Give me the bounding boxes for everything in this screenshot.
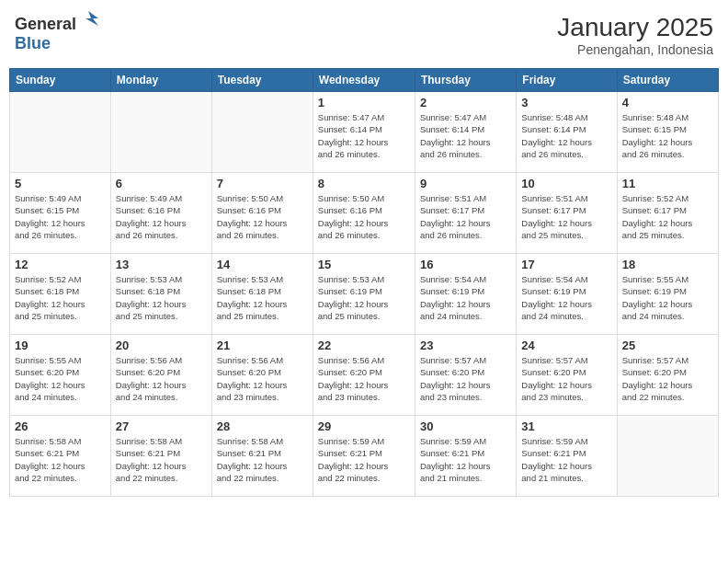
calendar-cell: 6Sunrise: 5:49 AM Sunset: 6:16 PM Daylig… [110, 173, 211, 254]
day-number: 13 [116, 258, 207, 271]
month-title: January 2025 [557, 13, 713, 42]
day-info: Sunrise: 5:57 AM Sunset: 6:20 PM Dayligh… [521, 354, 611, 403]
day-info: Sunrise: 5:53 AM Sunset: 6:18 PM Dayligh… [217, 273, 308, 322]
col-header-friday: Friday [517, 69, 617, 92]
day-info: Sunrise: 5:55 AM Sunset: 6:19 PM Dayligh… [622, 273, 713, 322]
title-area: January 2025 Penengahan, Indonesia [557, 13, 713, 57]
logo-general: General [15, 15, 76, 33]
calendar-cell: 3Sunrise: 5:48 AM Sunset: 6:14 PM Daylig… [517, 92, 617, 173]
day-number: 27 [116, 419, 207, 433]
day-number: 1 [318, 96, 410, 109]
calendar-cell: 7Sunrise: 5:50 AM Sunset: 6:16 PM Daylig… [211, 173, 313, 254]
day-info: Sunrise: 5:56 AM Sunset: 6:20 PM Dayligh… [116, 354, 207, 403]
calendar-cell [617, 416, 718, 497]
calendar-cell: 16Sunrise: 5:54 AM Sunset: 6:19 PM Dayli… [415, 254, 516, 335]
calendar-cell: 19Sunrise: 5:55 AM Sunset: 6:20 PM Dayli… [10, 335, 111, 416]
calendar-cell: 9Sunrise: 5:51 AM Sunset: 6:17 PM Daylig… [415, 173, 516, 254]
calendar-cell: 4Sunrise: 5:48 AM Sunset: 6:15 PM Daylig… [617, 92, 718, 173]
day-number: 6 [116, 177, 207, 190]
day-info: Sunrise: 5:48 AM Sunset: 6:15 PM Dayligh… [622, 111, 713, 160]
calendar-header-row: SundayMondayTuesdayWednesdayThursdayFrid… [10, 69, 719, 92]
calendar-cell: 27Sunrise: 5:58 AM Sunset: 6:21 PM Dayli… [110, 416, 211, 497]
day-info: Sunrise: 5:53 AM Sunset: 6:19 PM Dayligh… [318, 273, 410, 322]
calendar-cell: 13Sunrise: 5:53 AM Sunset: 6:18 PM Dayli… [110, 254, 211, 335]
calendar-cell: 8Sunrise: 5:50 AM Sunset: 6:16 PM Daylig… [313, 173, 415, 254]
day-number: 26 [15, 419, 106, 433]
day-info: Sunrise: 5:52 AM Sunset: 6:18 PM Dayligh… [15, 273, 106, 322]
day-info: Sunrise: 5:56 AM Sunset: 6:20 PM Dayligh… [217, 354, 308, 403]
day-number: 19 [15, 339, 106, 352]
col-header-monday: Monday [110, 69, 211, 92]
day-info: Sunrise: 5:47 AM Sunset: 6:14 PM Dayligh… [318, 111, 410, 160]
day-number: 12 [15, 258, 106, 271]
calendar-cell: 1Sunrise: 5:47 AM Sunset: 6:14 PM Daylig… [313, 92, 415, 173]
week-row-0: 1Sunrise: 5:47 AM Sunset: 6:14 PM Daylig… [10, 92, 719, 173]
day-number: 5 [15, 177, 106, 190]
day-info: Sunrise: 5:54 AM Sunset: 6:19 PM Dayligh… [521, 273, 611, 322]
day-number: 11 [622, 177, 713, 190]
logo-text: General Blue [15, 13, 98, 53]
day-info: Sunrise: 5:53 AM Sunset: 6:18 PM Dayligh… [116, 273, 207, 322]
day-info: Sunrise: 5:48 AM Sunset: 6:14 PM Dayligh… [521, 111, 611, 160]
calendar-cell: 5Sunrise: 5:49 AM Sunset: 6:15 PM Daylig… [10, 173, 111, 254]
day-info: Sunrise: 5:59 AM Sunset: 6:21 PM Dayligh… [521, 435, 611, 484]
day-info: Sunrise: 5:58 AM Sunset: 6:21 PM Dayligh… [217, 435, 308, 484]
calendar-cell: 30Sunrise: 5:59 AM Sunset: 6:21 PM Dayli… [415, 416, 516, 497]
calendar-table: SundayMondayTuesdayWednesdayThursdayFrid… [9, 68, 719, 497]
calendar-cell [211, 92, 313, 173]
day-info: Sunrise: 5:52 AM Sunset: 6:17 PM Dayligh… [622, 192, 713, 241]
svg-marker-0 [85, 11, 98, 26]
day-number: 9 [420, 177, 511, 190]
day-number: 14 [217, 258, 308, 271]
calendar-cell [110, 92, 211, 173]
calendar-cell: 14Sunrise: 5:53 AM Sunset: 6:18 PM Dayli… [211, 254, 313, 335]
calendar-cell: 23Sunrise: 5:57 AM Sunset: 6:20 PM Dayli… [415, 335, 516, 416]
calendar-cell: 15Sunrise: 5:53 AM Sunset: 6:19 PM Dayli… [313, 254, 415, 335]
day-info: Sunrise: 5:57 AM Sunset: 6:20 PM Dayligh… [420, 354, 511, 403]
day-number: 20 [116, 339, 207, 352]
day-number: 18 [622, 258, 713, 271]
day-number: 17 [521, 258, 611, 271]
col-header-wednesday: Wednesday [313, 69, 415, 92]
day-number: 10 [521, 177, 611, 190]
col-header-tuesday: Tuesday [211, 69, 313, 92]
calendar-cell: 25Sunrise: 5:57 AM Sunset: 6:20 PM Dayli… [617, 335, 718, 416]
day-number: 4 [622, 96, 713, 109]
calendar-cell: 29Sunrise: 5:59 AM Sunset: 6:21 PM Dayli… [313, 416, 415, 497]
day-number: 8 [318, 177, 410, 190]
page-header: General Blue January 2025 Penengahan, In… [9, 9, 719, 61]
day-number: 31 [521, 419, 611, 433]
day-info: Sunrise: 5:57 AM Sunset: 6:20 PM Dayligh… [622, 354, 713, 403]
calendar-cell: 20Sunrise: 5:56 AM Sunset: 6:20 PM Dayli… [110, 335, 211, 416]
calendar-cell: 17Sunrise: 5:54 AM Sunset: 6:19 PM Dayli… [517, 254, 617, 335]
day-info: Sunrise: 5:51 AM Sunset: 6:17 PM Dayligh… [521, 192, 611, 241]
day-number: 22 [318, 339, 410, 352]
day-info: Sunrise: 5:58 AM Sunset: 6:21 PM Dayligh… [15, 435, 106, 484]
col-header-thursday: Thursday [415, 69, 516, 92]
day-info: Sunrise: 5:51 AM Sunset: 6:17 PM Dayligh… [420, 192, 511, 241]
day-info: Sunrise: 5:59 AM Sunset: 6:21 PM Dayligh… [420, 435, 511, 484]
calendar-cell: 11Sunrise: 5:52 AM Sunset: 6:17 PM Dayli… [617, 173, 718, 254]
day-number: 24 [521, 339, 611, 352]
week-row-3: 19Sunrise: 5:55 AM Sunset: 6:20 PM Dayli… [10, 335, 719, 416]
day-number: 28 [217, 419, 308, 433]
week-row-2: 12Sunrise: 5:52 AM Sunset: 6:18 PM Dayli… [10, 254, 719, 335]
day-number: 2 [420, 96, 511, 109]
location-subtitle: Penengahan, Indonesia [557, 42, 713, 57]
day-number: 30 [420, 419, 511, 433]
day-info: Sunrise: 5:54 AM Sunset: 6:19 PM Dayligh… [420, 273, 511, 322]
day-number: 25 [622, 339, 713, 352]
week-row-4: 26Sunrise: 5:58 AM Sunset: 6:21 PM Dayli… [10, 416, 719, 497]
day-number: 21 [217, 339, 308, 352]
calendar-cell: 10Sunrise: 5:51 AM Sunset: 6:17 PM Dayli… [517, 173, 617, 254]
day-number: 23 [420, 339, 511, 352]
day-info: Sunrise: 5:56 AM Sunset: 6:20 PM Dayligh… [318, 354, 410, 403]
calendar-cell [10, 92, 111, 173]
day-info: Sunrise: 5:50 AM Sunset: 6:16 PM Dayligh… [217, 192, 308, 241]
col-header-saturday: Saturday [617, 69, 718, 92]
calendar-cell: 2Sunrise: 5:47 AM Sunset: 6:14 PM Daylig… [415, 92, 516, 173]
day-number: 29 [318, 419, 410, 433]
day-number: 16 [420, 258, 511, 271]
logo-blue: Blue [15, 34, 51, 52]
day-info: Sunrise: 5:47 AM Sunset: 6:14 PM Dayligh… [420, 111, 511, 160]
